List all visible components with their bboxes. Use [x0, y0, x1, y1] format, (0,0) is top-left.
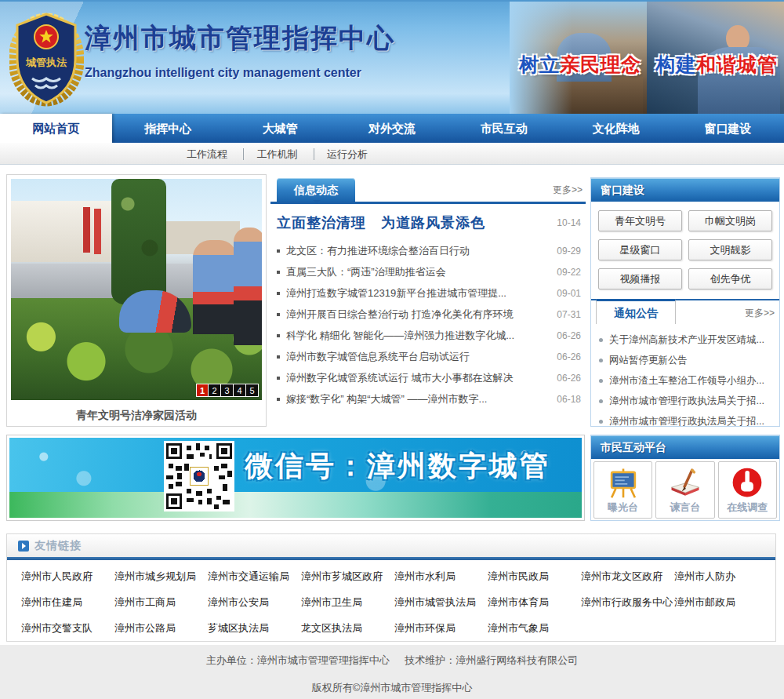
window-button-civil-photos[interactable]: 文明靓影	[688, 239, 772, 260]
news-headline-link[interactable]: 立面整治清理 为道路风景添色	[277, 213, 485, 232]
site-title: 漳州市城市管理指挥中心	[85, 20, 492, 56]
friend-link[interactable]: 漳州市城管执法局	[394, 595, 488, 610]
notice-item: 网站暂停更新公告	[599, 350, 775, 370]
footer-maintainer: 技术维护：漳州盛行网络科技有限公司	[405, 654, 578, 666]
notices-more-link[interactable]: 更多>>	[745, 307, 775, 320]
tab-news[interactable]: 信息动态	[277, 178, 355, 202]
window-button-women-post[interactable]: 巾帼文明岗	[688, 210, 772, 231]
friend-link[interactable]: 漳州市环保局	[394, 621, 488, 635]
photo-worker-right	[234, 228, 262, 345]
subnav-item-mechanism[interactable]: 工作机制	[243, 148, 297, 160]
nav-item-external-exchange[interactable]: 对外交流	[336, 114, 448, 143]
window-button-excellence[interactable]: 创先争优	[688, 268, 772, 289]
window-button-video-report[interactable]: 视频播报	[598, 268, 682, 289]
survey-hand-icon	[731, 466, 764, 499]
exposure-platform-button[interactable]: 曝光台	[593, 461, 652, 519]
news-item-link[interactable]: 漳州市数字城管信息系统平台启动试运行	[286, 350, 470, 364]
news-item-link[interactable]: 嫁接“数字化” 构架“大城管” ——漳州市数字...	[286, 392, 487, 406]
nav-item-window-construction[interactable]: 窗口建设	[672, 114, 784, 143]
slider-caption[interactable]: 青年文明号洁净家园活动	[7, 404, 266, 426]
news-item: 科学化 精细化 智能化——漳州强力推进数字化城... 06-26	[277, 325, 581, 346]
window-button-youth-civility[interactable]: 青年文明号	[598, 210, 682, 231]
notice-item-link[interactable]: 关于漳州高新技术产业开发区靖城...	[609, 333, 764, 347]
online-survey-button[interactable]: 在线调查	[718, 461, 777, 519]
news-item-date: 09-29	[550, 246, 581, 257]
bullet-square-icon	[277, 313, 280, 316]
bullet-square-icon	[277, 398, 280, 401]
news-item-link[interactable]: 漳州数字化城管系统试运行 城市大小事都在这解决	[286, 371, 514, 385]
notice-panel-header: 通知公告 更多>>	[591, 299, 779, 323]
friend-link[interactable]: 漳州市人防办	[674, 570, 768, 584]
news-item-date: 06-26	[550, 330, 581, 341]
friend-link[interactable]: 漳州市工商局	[114, 595, 208, 610]
window-button-star-window[interactable]: 星级窗口	[598, 239, 682, 260]
photo-red-banners	[83, 207, 90, 253]
friend-link[interactable]: 漳州市住建局	[21, 595, 114, 610]
slider-page-button-5[interactable]: 5	[246, 384, 259, 397]
friend-link[interactable]: 漳州市行政服务中心	[581, 595, 674, 610]
notice-item-link[interactable]: 漳州市城市管理行政执法局关于招...	[609, 415, 764, 428]
svg-text:城管执法: 城管执法	[25, 56, 67, 68]
nav-item-citizen-interaction[interactable]: 市民互动	[448, 114, 560, 143]
nav-item-culture[interactable]: 文化阵地	[560, 114, 672, 143]
friend-link[interactable]: 漳州市交通运输局	[208, 570, 301, 584]
news-item-link[interactable]: 漳州开展百日综合整治行动 打造净化美化有序环境	[286, 308, 514, 322]
friend-link[interactable]: 漳州市芗城区政府	[301, 570, 394, 584]
news-item-link[interactable]: 漳州打造数字城管12319新平台推进城市管理提...	[286, 286, 506, 300]
friend-link[interactable]: 漳州市水利局	[394, 570, 488, 584]
slider-page-button-4[interactable]: 4	[234, 384, 246, 397]
news-list: 龙文区：有力推进环境综合整治百日行动 09-29 直属三大队：“两违”治理助推省…	[270, 237, 586, 410]
friendly-links-header: 友情链接	[7, 534, 775, 557]
slider-photo[interactable]: 1 2 3 4 5	[11, 179, 262, 400]
news-item: 漳州开展百日综合整治行动 打造净化美化有序环境 07-31	[277, 304, 581, 325]
bullet-square-icon	[277, 271, 280, 274]
subnav-item-workflow[interactable]: 工作流程	[187, 148, 227, 160]
friend-link[interactable]: 龙文区执法局	[301, 621, 394, 635]
window-panel-title: 窗口建设	[591, 178, 779, 202]
slider-page-button-1[interactable]: 1	[196, 384, 209, 397]
qr-code	[164, 441, 234, 512]
nav-item-big-city-mgmt[interactable]: 大城管	[224, 114, 336, 143]
news-more-link[interactable]: 更多>>	[553, 184, 583, 197]
subnav-item-analysis[interactable]: 运行分析	[314, 148, 368, 160]
site-header: 城管执法 漳州市城市管理指挥中心 Zhangzhou intelligent c…	[0, 0, 784, 114]
news-item-date: 09-22	[550, 267, 581, 278]
news-panel: 信息动态 更多>> 立面整治清理 为道路风景添色 10-14 龙文区：有力推进环…	[270, 177, 586, 424]
friend-link[interactable]: 漳州市卫生局	[301, 595, 394, 610]
notice-item-link[interactable]: 网站暂停更新公告	[609, 354, 688, 367]
news-item: 嫁接“数字化” 构架“大城管” ——漳州市数字... 06-18	[277, 388, 581, 410]
friend-link[interactable]: 漳州市邮政局	[674, 595, 768, 610]
friend-link[interactable]: 漳州市气象局	[488, 621, 581, 635]
nav-item-command-center[interactable]: 指挥中心	[112, 114, 224, 143]
wechat-banner[interactable]: 微信号：漳州数字城管	[6, 435, 585, 521]
news-item-link[interactable]: 直属三大队：“两违”治理助推省运会	[286, 265, 446, 279]
news-header: 信息动态 更多>>	[270, 177, 586, 202]
friend-link[interactable]: 漳州市民政局	[488, 570, 581, 584]
main-nav: 网站首页 指挥中心 大城管 对外交流 市民互动 文化阵地 窗口建设	[0, 114, 784, 143]
friend-link[interactable]: 漳州市人民政府	[21, 570, 114, 584]
friend-link[interactable]: 漳州市龙文区政府	[581, 570, 674, 584]
news-item: 漳州数字化城管系统试运行 城市大小事都在这解决 06-26	[277, 367, 581, 388]
notice-item: 漳州市渣土车整治工作领导小组办...	[599, 370, 775, 391]
notice-item-link[interactable]: 漳州市渣土车整治工作领导小组办...	[609, 374, 764, 388]
friend-link[interactable]: 漳州市体育局	[488, 595, 581, 610]
slider-page-button-2[interactable]: 2	[209, 384, 221, 397]
friend-link[interactable]: 芗城区执法局	[208, 621, 301, 635]
suggestion-platform-button[interactable]: 谏言台	[655, 461, 714, 519]
news-item-date: 06-18	[550, 394, 581, 405]
bullet-dot-icon	[599, 399, 603, 403]
friend-link[interactable]: 漳州市交警支队	[21, 621, 114, 635]
slider-page-button-3[interactable]: 3	[221, 384, 234, 397]
site-logo-badge-icon: 城管执法	[9, 9, 84, 107]
news-item-link[interactable]: 龙文区：有力推进环境综合整治百日行动	[286, 244, 470, 258]
friend-link[interactable]: 漳州市公路局	[114, 621, 208, 635]
friend-link[interactable]: 漳州市城乡规划局	[114, 570, 208, 584]
nav-item-home[interactable]: 网站首页	[0, 114, 112, 143]
news-item-link[interactable]: 科学化 精细化 智能化——漳州强力推进数字化城...	[286, 329, 514, 343]
window-button-grid: 青年文明号 巾帼文明岗 星级窗口 文明靓影 视频播报 创先争优	[591, 202, 779, 299]
notice-item-link[interactable]: 漳州市城市管理行政执法局关于招...	[609, 395, 764, 408]
friend-link[interactable]: 漳州市公安局	[208, 595, 301, 610]
tab-notices[interactable]: 通知公告	[596, 299, 676, 324]
slogan-part-4: 和谐城管	[696, 53, 778, 75]
slider-pagination: 1 2 3 4 5	[196, 384, 259, 397]
